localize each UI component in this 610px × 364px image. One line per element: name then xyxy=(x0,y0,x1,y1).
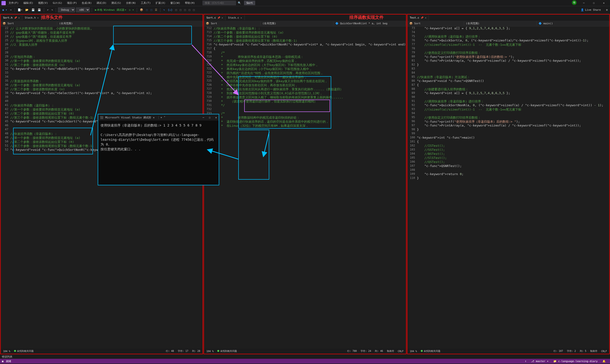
console-min-button[interactable]: ─ xyxy=(203,116,204,119)
console-close-button[interactable]: ✕ xyxy=(215,116,217,119)
close-tab-icon[interactable]: ✕ xyxy=(18,16,20,19)
liveshare-button[interactable]: 👤 Live Share xyxy=(579,8,603,12)
nav-member[interactable]: 🔷 QuickSortNonR(int * a, int beg xyxy=(333,21,406,26)
notifications-icon[interactable]: 🔔 xyxy=(600,360,608,363)
undo-button[interactable]: ↶ xyxy=(46,8,50,12)
nav-bar: 📦 Sort(全局范围) xyxy=(1,21,203,26)
code-editor[interactable]: 22// 让大的数更快的到数组后面，小的数更快的到数组前面,23// gap值越… xyxy=(1,26,203,349)
char-indicator: 字符: 17 xyxy=(177,350,189,353)
nav-scope2[interactable]: (全局范围) xyxy=(261,21,333,26)
step-btn-7[interactable]: ⬚ xyxy=(192,8,196,12)
nav-back-button[interactable]: ◉ ▾ xyxy=(1,8,8,12)
config-dropdown[interactable]: Debug xyxy=(58,7,75,13)
platform-dropdown[interactable]: x86 xyxy=(76,7,90,13)
menu-extensions[interactable]: 扩展(X) xyxy=(154,0,168,5)
nav-bar: 📦 Sort(全局范围)🔷 QuickSortNonR(int * a, int… xyxy=(204,21,406,26)
dropdown-icon[interactable]: ˅ xyxy=(164,116,165,119)
tab-Sort-c[interactable]: Sort.c 📌 ✕ xyxy=(204,15,226,20)
menu-project[interactable]: 项目(P) xyxy=(65,0,79,5)
save-all-button[interactable]: 💾 xyxy=(37,8,42,12)
pane-annotation: 排序头文件 xyxy=(41,14,63,20)
tab-Stack-c[interactable]: Stack.c ✕ xyxy=(226,15,245,20)
menu-view[interactable]: 视图(V) xyxy=(36,0,50,5)
start-debug-button[interactable]: ▶ 本地 Windows 调试器 ▾ xyxy=(94,8,127,12)
redo-button[interactable]: ↷ xyxy=(51,8,54,12)
lineending-indicator[interactable]: CRLF xyxy=(397,350,405,352)
pane-status-bar: 104 %未找到相关问题行: 780字符: 24列: 46制表符CRLF xyxy=(204,349,406,354)
menu-debug[interactable]: 调试(D) xyxy=(95,0,108,5)
add-source-control[interactable]: ↑ xyxy=(522,360,529,363)
status-bar: ▣ 就绪 ↑ ⎇ master ▾ 📁 c-language-learning-… xyxy=(0,359,610,364)
tool-btn-2[interactable]: ⬚ xyxy=(145,8,149,12)
debug-console-window[interactable]: ⬛Microsoft Visual Studio 调试控✕+ ˅─☐✕使用快速排… xyxy=(98,114,219,185)
line-indicator: 行: 107 xyxy=(553,350,564,353)
lineending-indicator[interactable]: CRLF xyxy=(600,350,608,352)
output-icon[interactable]: ▣ xyxy=(2,360,4,363)
step-btn-1[interactable]: ↷ xyxy=(162,8,166,12)
tool-btn-4[interactable]: ☰ xyxy=(154,8,158,12)
tab-Stack-h[interactable]: Stack.h ✕ xyxy=(22,15,41,20)
nav-scope2[interactable]: (全局范围) xyxy=(464,21,537,26)
close-button[interactable]: ✕ xyxy=(599,0,609,6)
save-button[interactable]: 💾 xyxy=(30,8,36,12)
tab-Sort-h[interactable]: Sort.h 📌 ✕ xyxy=(1,15,22,20)
minimize-button[interactable]: ─ xyxy=(579,0,589,6)
menu-help[interactable]: 帮助(H) xyxy=(183,0,197,5)
new-tab-button[interactable]: + xyxy=(158,116,162,119)
menu-git[interactable]: Git(G) xyxy=(51,1,64,5)
nav-scope[interactable]: 📦 Sort xyxy=(407,21,464,26)
close-tab-icon[interactable]: ✕ xyxy=(221,16,223,19)
code-editor[interactable]: 73 "c-keyword">int a[] = { 9,1,2,5,7,4,8… xyxy=(407,26,609,349)
branch-indicator[interactable]: ⎇ master ▾ xyxy=(529,360,551,363)
repo-indicator[interactable]: 📁 c-language-learning-diary xyxy=(551,360,600,363)
menu-edit[interactable]: 编辑(E) xyxy=(21,0,35,5)
close-tab-icon[interactable]: ✕ xyxy=(37,16,39,19)
tab-bar: Sort.h 📌 ✕Stack.h ✕ xyxy=(1,14,203,21)
close-tab-icon[interactable]: ✕ xyxy=(240,16,242,19)
nav-forward-button[interactable]: → xyxy=(9,8,13,12)
step-btn-2[interactable]: {↓} xyxy=(167,8,173,12)
issues-indicator[interactable]: 未找到相关问题 xyxy=(216,350,238,353)
issues-indicator[interactable]: 未找到相关问题 xyxy=(420,350,441,353)
admin-icon[interactable]: ⚙ xyxy=(605,8,609,12)
search-input[interactable] xyxy=(203,1,236,5)
zoom-level[interactable]: 104 % xyxy=(2,350,11,352)
tool-btn-3[interactable]: ⬚ xyxy=(150,8,153,12)
menu-file[interactable]: 文件(F) xyxy=(7,0,21,5)
menu-build[interactable]: 生成(B) xyxy=(80,0,94,5)
zoom-level[interactable]: 104 % xyxy=(409,350,418,352)
new-button[interactable]: 📄▾ xyxy=(17,8,24,12)
start-nodbg-button[interactable]: ▷ ▾ xyxy=(128,8,135,12)
menu-tools[interactable]: 工具(T) xyxy=(139,0,153,5)
pin-icon[interactable]: 📌 xyxy=(14,16,17,19)
close-icon[interactable]: ✕ xyxy=(153,116,155,119)
step-btn-4[interactable]: ⬚ xyxy=(179,8,182,12)
encoding-indicator[interactable]: 制表符 xyxy=(386,350,395,353)
maximize-button[interactable]: ☐ xyxy=(589,0,598,6)
error-list-tab[interactable]: 错误列表 xyxy=(0,354,610,359)
step-btn-5[interactable]: ⬚ xyxy=(183,8,187,12)
menu-test[interactable]: 测试(S) xyxy=(109,0,123,5)
nav-scope[interactable]: 📦 Sort xyxy=(204,21,260,26)
open-button[interactable]: 📂 xyxy=(24,8,29,12)
step-btn-3[interactable]: ⬚ xyxy=(174,8,178,12)
zoom-level[interactable]: 104 % xyxy=(205,350,214,352)
encoding-indicator[interactable]: 制表符 xyxy=(589,350,598,353)
console-max-button[interactable]: ☐ xyxy=(209,116,211,119)
search-icon[interactable]: 🔍 xyxy=(238,1,241,4)
nav-member[interactable]: 🔷 main() xyxy=(537,21,609,26)
step-btn-6[interactable]: ⬚ xyxy=(188,8,191,12)
nav-scope2[interactable]: (全局范围) xyxy=(57,21,203,26)
console-titlebar[interactable]: ⬛Microsoft Visual Studio 调试控✕+ ˅─☐✕ xyxy=(98,114,219,120)
code-editor[interactable]: 712//快速排序函数（非递归版本）：713//第一个参数：接收要排序的数组首元… xyxy=(204,26,406,349)
pin-icon[interactable]: 📌 xyxy=(421,16,423,19)
tool-btn-1[interactable]: 📦 xyxy=(139,8,144,12)
nav-scope[interactable]: 📦 Sort xyxy=(1,21,57,26)
tab-Test-c[interactable]: Test.c 📌 ✕ xyxy=(407,15,429,20)
issues-indicator[interactable]: 未找到相关问题 xyxy=(13,350,35,353)
close-tab-icon[interactable]: ✕ xyxy=(425,16,426,19)
user-avatar[interactable]: 培 xyxy=(572,0,577,5)
pin-icon[interactable]: 📌 xyxy=(217,16,220,19)
menu-window[interactable]: 窗口(W) xyxy=(169,0,182,5)
menu-analyze[interactable]: 分析(N) xyxy=(124,0,138,5)
